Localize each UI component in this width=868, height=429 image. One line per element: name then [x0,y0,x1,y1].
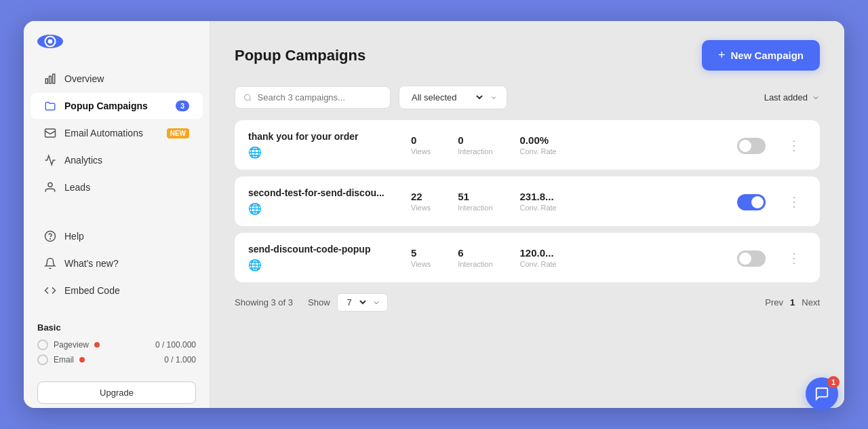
stat-conv-1: 231.8... Conv. Rate [520,191,557,212]
conv-label-1: Conv. Rate [520,204,557,212]
toggle-button-0[interactable] [737,138,766,154]
next-button[interactable]: Next [802,297,820,307]
views-label-2: Views [411,260,431,268]
sidebar-item-overview[interactable]: Overview [31,66,203,92]
sidebar-item-embed-code[interactable]: Embed Code [31,278,203,303]
sort-button[interactable]: Last added [764,92,820,102]
sidebar-item-whats-new[interactable]: What's new? [31,250,203,276]
pageview-radio [37,339,48,350]
per-page-select[interactable]: 7 10 25 [344,297,368,308]
views-value-2: 5 [411,247,416,259]
sidebar-item-leads[interactable]: Leads [31,174,203,200]
popup-campaigns-badge: 3 [176,100,189,111]
bell-icon [44,257,56,269]
new-campaign-button[interactable]: + New Campaign [702,40,820,71]
main-header: Popup Campaigns + New Campaign [235,40,820,71]
chevron-down-icon [490,94,497,102]
per-page-chevron-icon [372,299,380,307]
leads-icon [44,181,56,193]
more-menu-1[interactable]: ⋮ [782,192,806,211]
plan-row-email: Email 0 / 1.000 [37,354,196,365]
svg-point-9 [245,94,250,100]
stat-conv-2: 120.0... Conv. Rate [520,247,557,268]
search-box[interactable] [235,86,391,109]
sidebar-item-help[interactable]: Help [31,223,203,249]
chat-badge: 1 [827,376,840,388]
globe-icon-1: 🌐 [248,203,262,214]
sidebar-item-popup-campaigns[interactable]: Popup Campaigns 3 [31,93,203,119]
stat-interaction-2: 6 Interaction [458,247,492,268]
more-menu-2[interactable]: ⋮ [782,248,806,267]
svg-line-10 [250,99,251,100]
svg-rect-3 [50,76,52,83]
sidebar-item-embed-code-label: Embed Code [64,285,120,296]
search-input[interactable] [258,92,382,102]
campaign-row-2: send-discount-code-popup 🌐 5 Views 6 Int… [235,233,820,282]
email-automations-new-badge: NEW [167,128,189,138]
prev-button[interactable]: Prev [765,297,783,307]
embed-icon [44,284,56,297]
plan-row-pageview: Pageview 0 / 100.000 [37,339,196,350]
campaign-toggle-2[interactable] [737,249,766,267]
new-campaign-label: New Campaign [730,50,804,61]
campaign-toggle-1[interactable] [737,193,766,210]
views-label-1: Views [411,204,431,212]
stat-interaction-1: 51 Interaction [458,191,492,212]
email-icon [44,127,56,139]
stat-conv-0: 0.00% Conv. Rate [520,134,557,155]
conv-value-0: 0.00% [520,134,549,146]
campaign-stats-1: 22 Views 51 Interaction 231.8... Conv. R… [411,191,721,212]
campaign-row-0: thank you for your order 🌐 0 Views 0 Int… [235,120,820,170]
interaction-label-1: Interaction [458,204,492,212]
analytics-icon [44,154,56,166]
toggle-button-1[interactable] [737,194,766,210]
chart-icon [44,73,56,85]
folder-icon [44,100,56,112]
views-label-0: Views [411,147,431,155]
stat-views-1: 22 Views [411,191,431,212]
upgrade-button[interactable]: Upgrade [37,381,196,404]
globe-icon-2: 🌐 [248,259,262,271]
filter-select[interactable]: All selected Active Inactive [409,92,485,103]
globe-icon-0: 🌐 [248,147,262,158]
pageview-count: 0 / 100.000 [155,340,196,350]
toggle-button-2[interactable] [737,250,766,267]
sidebar-item-email-automations[interactable]: Email Automations NEW [31,120,203,146]
plus-icon: + [718,48,726,62]
views-value-1: 22 [411,191,422,202]
email-count: 0 / 1.000 [164,355,196,365]
conv-label-2: Conv. Rate [520,260,557,268]
sidebar-nav: Overview Popup Campaigns 3 Email Automat… [24,64,210,202]
campaign-stats-0: 0 Views 0 Interaction 0.00% Conv. Rate [411,134,721,155]
interaction-label-2: Interaction [458,260,492,268]
sidebar-item-analytics-label: Analytics [64,155,102,166]
pageview-dot [94,342,100,348]
campaign-toggle-0[interactable] [737,136,766,154]
pagination-nav: Prev 1 Next [765,297,820,307]
conv-value-1: 231.8... [520,191,554,202]
search-icon [243,93,252,102]
sort-label: Last added [764,92,808,102]
sidebar-item-popup-campaigns-label: Popup Campaigns [64,100,148,111]
stat-interaction-0: 0 Interaction [458,134,492,155]
campaign-info-0: thank you for your order 🌐 [248,131,411,159]
conv-value-2: 120.0... [520,247,554,259]
sidebar-item-analytics[interactable]: Analytics [31,147,203,173]
more-menu-0[interactable]: ⋮ [782,136,806,155]
svg-point-6 [48,183,52,187]
filters-row: All selected Active Inactive Last added [235,86,820,109]
email-label: Email [54,355,74,365]
chat-button[interactable]: 1 [806,377,838,410]
sidebar-item-help-label: Help [64,231,84,242]
svg-rect-2 [45,79,47,83]
logo[interactable] [37,35,63,48]
per-page-select-wrapper[interactable]: 7 10 25 [337,293,388,312]
show-label: Show [308,297,330,307]
email-radio [37,354,48,365]
interaction-value-0: 0 [458,134,463,146]
campaign-name-0: thank you for your order [248,131,411,142]
filter-select-wrapper[interactable]: All selected Active Inactive [399,86,507,109]
page-title: Popup Campaigns [235,47,366,64]
svg-rect-4 [53,74,55,83]
help-icon [44,230,56,242]
